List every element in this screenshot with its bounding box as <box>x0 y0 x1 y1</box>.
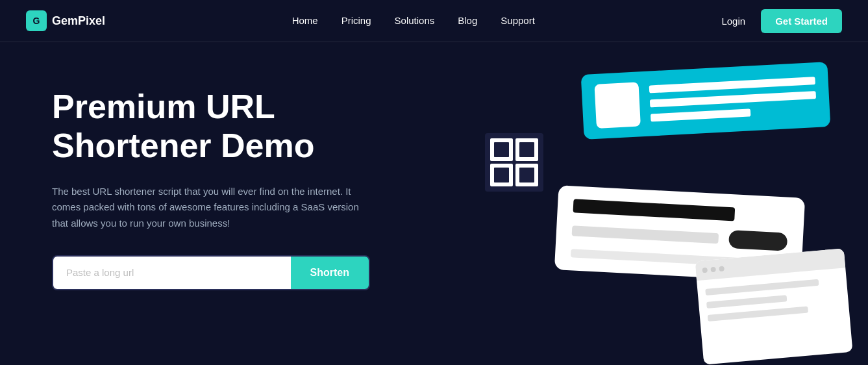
shorten-button[interactable]: Shorten <box>291 257 369 289</box>
nav-item-solutions[interactable]: Solutions <box>395 15 435 26</box>
card-blue-line-3 <box>651 108 750 121</box>
nav-item-pricing[interactable]: Pricing <box>341 15 371 26</box>
browser-dot-3 <box>719 266 725 271</box>
url-shortener-form: Shorten <box>52 255 370 290</box>
card-blue-lines <box>649 77 817 121</box>
qr-cell-2 <box>515 138 538 161</box>
nav-item-blog[interactable]: Blog <box>458 15 477 26</box>
browser-line-3 <box>708 306 808 321</box>
card-blue-icon <box>594 82 640 128</box>
logo: G GemPixel <box>26 10 105 31</box>
hero-content: Premium URL Shortener Demo The best URL … <box>52 81 441 290</box>
qr-cell-4 <box>515 164 538 186</box>
logo-name: GemPixel <box>52 14 105 28</box>
card-blue-line-1 <box>649 77 815 93</box>
card-white-bar2-row <box>571 221 787 251</box>
browser-dot-2 <box>710 267 716 273</box>
card-blue <box>581 62 831 140</box>
hero-description: The best URL shortener script that you w… <box>52 184 364 232</box>
browser-line-2 <box>706 295 787 308</box>
card-blue-line-2 <box>650 91 816 107</box>
card-browser <box>695 248 852 364</box>
card-white-bar1 <box>573 199 735 221</box>
card-white-chip <box>728 230 787 251</box>
card-white-bar2 <box>572 225 719 244</box>
get-started-button[interactable]: Get Started <box>761 9 842 33</box>
hero-title: Premium URL Shortener Demo <box>52 88 441 166</box>
logo-icon: G <box>26 10 47 31</box>
hero-section: Premium URL Shortener Demo The best URL … <box>0 42 868 365</box>
hero-illustrations <box>453 42 868 365</box>
nav-links: Home Pricing Solutions Blog Support <box>292 15 535 27</box>
navbar: G GemPixel Home Pricing Solutions Blog S… <box>0 0 868 42</box>
qr-cell-1 <box>490 138 513 161</box>
nav-item-home[interactable]: Home <box>292 15 318 26</box>
nav-right: Login Get Started <box>721 9 842 33</box>
browser-line-1 <box>705 279 819 296</box>
browser-dot-1 <box>702 268 708 273</box>
login-link[interactable]: Login <box>721 16 745 27</box>
nav-item-support[interactable]: Support <box>501 15 535 26</box>
qr-cell-3 <box>490 164 513 186</box>
url-input[interactable] <box>53 257 291 289</box>
qr-code-illustration <box>485 133 543 192</box>
